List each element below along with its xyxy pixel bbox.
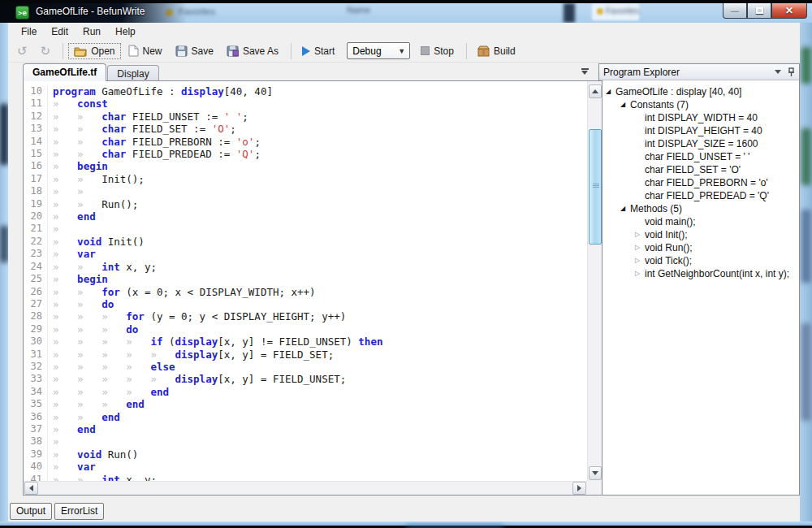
tree-item-label: char FIELD_SET = 'O' [645, 164, 741, 175]
scrollbar-corner [587, 481, 602, 495]
code-line: 11» const [24, 97, 587, 110]
save-button[interactable]: Save [170, 43, 219, 59]
tab-output[interactable]: Output [10, 503, 52, 520]
code-text-area[interactable]: 10program GameOfLife : display[40, 40]11… [24, 81, 587, 481]
tree-item[interactable]: char FIELD_PREDEAD = 'Q' [599, 189, 799, 202]
tree-item[interactable]: char FIELD_SET = 'O' [599, 163, 799, 176]
expanded-arrow-icon[interactable]: ◢ [620, 206, 630, 212]
scroll-right-button[interactable] [572, 482, 586, 495]
code-line: 15» » char FIELD_PREDEAD := 'Q'; [24, 148, 587, 160]
arrow-down-icon [592, 471, 598, 475]
code-line: 41» » int x, y; [24, 474, 587, 481]
tab-guide-icon: » [53, 223, 77, 235]
panel-menu-chevron-icon[interactable] [775, 70, 781, 74]
menu-run[interactable]: Run [76, 24, 108, 39]
keyword-token: void [77, 448, 102, 461]
code-line: 32» » » » else [24, 361, 587, 373]
keyword-token: end [102, 411, 120, 423]
tab-guide-icon: » [53, 236, 77, 248]
start-button[interactable]: Start [296, 43, 340, 59]
collapsed-arrow-icon[interactable]: ▷ [635, 270, 645, 277]
tree-item[interactable]: void main(); [599, 215, 799, 228]
tree-item-label: void Init(); [645, 229, 688, 240]
code-line: 16» begin [24, 160, 587, 172]
undo-icon: ↺ [17, 45, 28, 57]
tab-guide-icon: » » [53, 286, 102, 298]
tab-guide-icon: » [53, 97, 77, 110]
tree-item[interactable]: ▷void Init(); [599, 228, 799, 241]
new-button[interactable]: New [123, 42, 168, 59]
menu-bar: File Edit Run Help [8, 23, 800, 40]
document-tab-gameoflife-tf[interactable]: GameOfLife.tf [23, 63, 106, 81]
scroll-up-button[interactable] [589, 84, 602, 98]
document-tab-display[interactable]: Display [107, 65, 158, 81]
toolbar-separator [466, 43, 467, 59]
expanded-arrow-icon[interactable]: ◢ [606, 89, 615, 95]
window-controls: — ✕ [723, 3, 807, 19]
titlebar: Favorites Name Favorites >e GameOfLife -… [0, 0, 812, 23]
tab-guide-icon: » » [53, 185, 102, 197]
pin-icon[interactable] [788, 67, 795, 77]
tree-item[interactable]: ▷void Tick(); [599, 254, 799, 267]
tab-overflow-button[interactable] [578, 66, 591, 77]
keyword-token: int [102, 261, 120, 273]
collapsed-arrow-icon[interactable]: ▷ [635, 232, 645, 238]
program-explorer-tree: ◢GameOfLife : display [40, 40]◢Constants… [599, 80, 799, 280]
tree-item-label: int GetNeighborCount(int x, int y); [645, 268, 789, 279]
horizontal-scrollbar[interactable] [24, 481, 587, 495]
collapsed-arrow-icon[interactable]: ▷ [635, 245, 645, 251]
code-token: x, y; [120, 261, 157, 273]
maximize-button[interactable] [747, 3, 771, 19]
tab-guide-icon: » » » [53, 323, 126, 335]
scroll-down-button[interactable] [589, 466, 602, 480]
save-as-button[interactable]: Save As [221, 43, 284, 59]
folder-open-icon [74, 45, 87, 57]
stop-button[interactable]: Stop [415, 43, 460, 59]
background-name-column-label: Name [347, 5, 370, 15]
tab-errorlist[interactable]: ErrorList [54, 503, 104, 520]
tree-item[interactable]: int DISPLAY_SIZE = 1600 [599, 137, 799, 150]
tree-item-label: void Tick(); [645, 255, 692, 266]
tree-item[interactable]: char FIELD_UNSET = ' ' [599, 150, 799, 163]
keyword-token: do [126, 323, 138, 335]
vertical-scroll-thumb[interactable] [589, 129, 602, 245]
build-button[interactable]: Build [472, 43, 521, 59]
undo-button[interactable]: ↺ [11, 42, 33, 59]
close-button[interactable]: ✕ [771, 3, 807, 19]
menu-file[interactable]: File [14, 24, 44, 39]
expanded-arrow-icon[interactable]: ◢ [620, 102, 630, 108]
keyword-token: for [126, 310, 145, 322]
code-line: 28» » » for (y = 0; y < DISPLAY_HEIGHT; … [24, 310, 587, 322]
bottom-tool-tabs: Output ErrorList [10, 503, 104, 520]
line-number: 16 [24, 160, 48, 172]
tree-item-label: int DISPLAY_WIDTH = 40 [645, 112, 758, 123]
minimize-button[interactable]: — [723, 3, 747, 19]
tree-item[interactable]: char FIELD_PREBORN = 'o' [599, 176, 799, 189]
tab-guide-icon: » [53, 423, 77, 435]
code-line: 21» [24, 223, 587, 235]
redo-button[interactable]: ↻ [35, 42, 57, 59]
tree-item[interactable]: ▷void Run(); [599, 241, 799, 254]
tree-item[interactable]: ▷int GetNeighborCount(int x, int y); [599, 267, 799, 280]
tree-item[interactable]: ◢Constants (7) [599, 98, 799, 111]
vertical-scrollbar[interactable] [587, 81, 602, 481]
open-button[interactable]: Open [68, 43, 120, 59]
scroll-left-button[interactable] [24, 482, 38, 495]
code-line: 18» » [24, 185, 587, 197]
build-mode-combobox[interactable]: Debug ▼ [347, 42, 410, 59]
keyword-token: display [181, 85, 224, 97]
window-left-border [0, 23, 8, 522]
tab-guide-icon: » » [53, 261, 102, 273]
tree-item[interactable]: int DISPLAY_WIDTH = 40 [599, 111, 799, 124]
tree-item[interactable]: ◢Methods (5) [599, 202, 799, 215]
menu-edit[interactable]: Edit [44, 24, 76, 39]
code-token: FIELD_UNSET := [126, 110, 223, 123]
string-token: 'O' [212, 123, 231, 135]
tree-item[interactable]: int DISPLAY_HEIGHT = 40 [599, 124, 799, 137]
collapsed-arrow-icon[interactable]: ▷ [635, 258, 645, 264]
line-number: 39 [24, 448, 48, 461]
code-token: (y = 0; y < DISPLAY_HEIGHT; y++) [145, 310, 346, 322]
tree-item[interactable]: ◢GameOfLife : display [40, 40] [599, 85, 799, 98]
line-number: 30 [24, 335, 48, 348]
menu-help[interactable]: Help [108, 24, 143, 39]
